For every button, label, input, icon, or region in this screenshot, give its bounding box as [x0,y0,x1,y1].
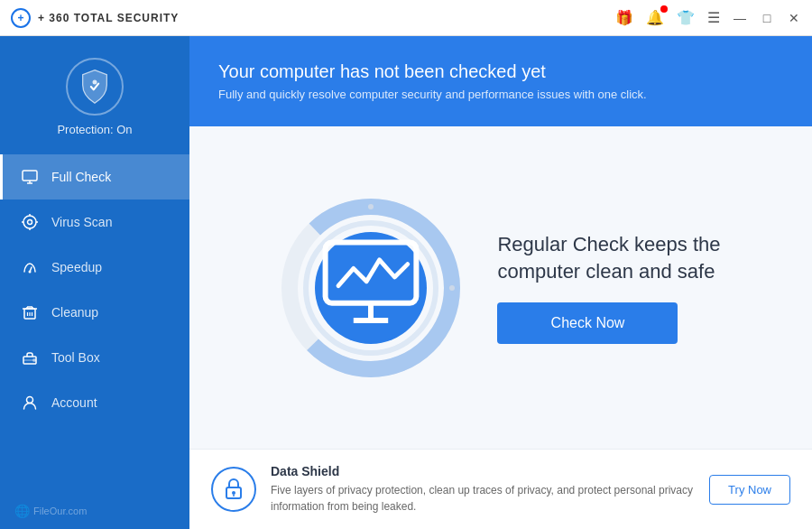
sidebar-nav: Full Check Virus Scan [0,154,189,493]
logo-icon: + [11,8,31,28]
menu-icon[interactable]: ☰ [707,9,720,26]
titlebar: + + 360 TOTAL SECURITY 🎁 🔔 👕 ☰ — □ ✕ [0,0,812,36]
tshirt-icon[interactable]: 👕 [677,9,695,26]
protection-status: Protection: On [57,123,132,136]
sidebar-item-account[interactable]: Account [0,380,189,425]
sidebar-item-account-label: Account [51,395,97,410]
banner-text: Your computer has not been checked yet F… [218,61,647,101]
svg-point-33 [232,491,235,495]
sidebar-item-virus-scan-label: Virus Scan [51,215,112,229]
svg-point-4 [23,216,36,228]
sidebar-item-virus-scan[interactable]: Virus Scan [0,200,189,245]
monitor-icon-wrap [317,234,425,342]
svg-point-5 [28,220,32,225]
speedup-icon [21,258,39,276]
notification-badge [660,5,668,13]
donut-chart [281,198,461,378]
sidebar-item-toolbox-label: Tool Box [51,350,100,365]
sidebar-item-toolbox[interactable]: Tool Box [0,335,189,380]
shield-orbit [66,58,124,116]
titlebar-controls: 🎁 🔔 👕 ☰ — □ ✕ [615,9,801,26]
main-content: Your computer has not been checked yet F… [189,36,812,529]
center-section: Regular Check keeps thecomputer clean an… [189,126,812,449]
check-heading: Regular Check keeps thecomputer clean an… [497,231,720,284]
check-now-button[interactable]: Check Now [497,302,678,344]
app-logo: + + 360 TOTAL SECURITY [11,8,615,28]
account-icon [21,394,39,412]
toolbox-icon [21,348,39,367]
bottom-banner: Data Shield Five layers of privacy prote… [189,449,812,529]
data-shield-title: Data Shield [271,464,695,478]
sidebar-item-speedup[interactable]: Speedup [0,245,189,290]
banner-subtitle: Fully and quickly resolve computer secur… [218,88,647,101]
maximize-button[interactable]: □ [760,11,774,25]
svg-point-10 [29,271,32,274]
try-now-button[interactable]: Try Now [709,475,790,505]
cleanup-icon [21,303,39,321]
gift-icon[interactable]: 🎁 [615,9,633,26]
data-shield-description: Five layers of privacy protection, clean… [271,482,695,515]
sidebar-item-full-check-label: Full Check [51,170,111,184]
bottom-text: Data Shield Five layers of privacy prote… [271,464,695,515]
sidebar-footer: 🌐 FileOur.com [0,493,189,529]
full-check-icon [21,168,39,186]
svg-point-22 [27,397,33,404]
sidebar-header: Protection: On [0,36,189,154]
top-banner: Your computer has not been checked yet F… [189,36,812,126]
shield-lock-icon [211,467,256,512]
watermark: 🌐 FileOur.com [14,504,87,518]
app-title: + 360 TOTAL SECURITY [38,12,179,24]
sidebar-item-cleanup-label: Cleanup [51,305,98,320]
minimize-button[interactable]: — [733,11,747,25]
check-info: Regular Check keeps thecomputer clean an… [497,231,720,344]
svg-rect-1 [23,171,37,181]
banner-title: Your computer has not been checked yet [218,61,647,82]
close-button[interactable]: ✕ [787,11,801,25]
virus-scan-icon [21,213,39,231]
sidebar-item-speedup-label: Speedup [51,260,102,274]
monitor-icon [317,198,425,378]
sidebar: Protection: On Full Check [0,36,189,529]
shield-wrap [66,58,124,116]
bell-icon[interactable]: 🔔 [646,9,664,26]
svg-point-26 [449,285,455,291]
sidebar-item-cleanup[interactable]: Cleanup [0,290,189,335]
sidebar-item-full-check[interactable]: Full Check [0,154,189,200]
app-body: Protection: On Full Check [0,36,812,529]
